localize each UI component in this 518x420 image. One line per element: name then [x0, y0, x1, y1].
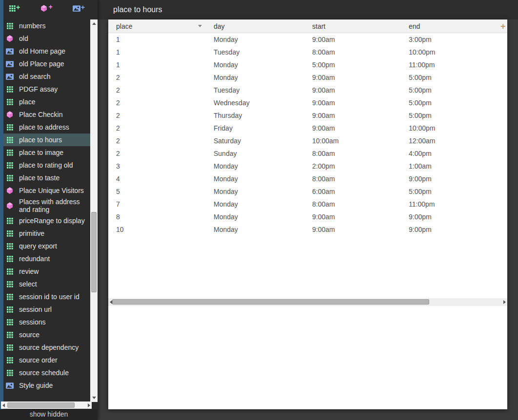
sort-caret-icon[interactable] [198, 25, 202, 27]
cell-end[interactable]: 4:00pm [401, 147, 498, 160]
cell-start[interactable]: 6:00am [304, 185, 401, 198]
cell-day[interactable]: Thursday [206, 109, 304, 122]
cell-place[interactable]: 3 [108, 160, 206, 172]
cell-start[interactable]: 9:00am [304, 223, 401, 236]
cell-end[interactable]: 10:00pm [401, 122, 498, 134]
sidebar-horizontal-scrollbar-thumb[interactable] [7, 402, 75, 408]
cell-end[interactable]: 5:00pm [401, 96, 498, 109]
sidebar-item-old-search[interactable]: old search [3, 70, 90, 83]
sidebar-item-places-with-address-and-rating[interactable]: Places with address and rating [3, 197, 90, 214]
cell-day[interactable]: Monday [206, 185, 304, 198]
cell-place[interactable]: 2 [108, 84, 206, 96]
cell-start[interactable]: 9:00am [304, 210, 401, 223]
cell-end[interactable]: 5:00pm [401, 71, 498, 84]
cell-place[interactable]: 2 [108, 122, 206, 134]
cell-place[interactable]: 7 [108, 198, 206, 210]
scroll-down-arrow-icon[interactable] [92, 397, 96, 399]
cell-place[interactable]: 10 [108, 223, 206, 236]
cell-end[interactable]: 9:00pm [401, 210, 498, 223]
sidebar-item-pricerange-to-display[interactable]: priceRange to display [3, 214, 90, 227]
cell-place[interactable]: 1 [108, 58, 206, 71]
cell-day[interactable]: Monday [206, 210, 304, 223]
cell-start[interactable]: 5:00pm [304, 58, 401, 71]
scroll-up-arrow-icon[interactable] [92, 22, 96, 25]
cell-place[interactable]: 2 [108, 134, 206, 147]
cell-place[interactable]: 4 [108, 172, 206, 185]
sidebar-item-place-to-hours[interactable]: place to hours [3, 134, 90, 146]
cell-place[interactable]: 2 [108, 71, 206, 84]
cell-start[interactable]: 9:00am [304, 84, 401, 96]
table-horizontal-scrollbar[interactable] [108, 298, 507, 306]
cell-end[interactable]: 9:00pm [401, 172, 498, 185]
scroll-left-arrow-icon[interactable] [2, 403, 5, 407]
cell-place[interactable]: 2 [108, 109, 206, 122]
sidebar-item-query-export[interactable]: query export [3, 240, 90, 252]
scroll-right-arrow-icon[interactable] [88, 403, 90, 407]
cell-place[interactable]: 2 [108, 96, 206, 109]
cell-place[interactable]: 1 [108, 46, 206, 58]
sidebar-item-old[interactable]: old [3, 32, 90, 45]
cell-end[interactable]: 5:00pm [401, 109, 498, 122]
show-hidden-button[interactable]: show hidden [0, 409, 98, 420]
sidebar-item-place-to-rating-old[interactable]: place to rating old [3, 159, 90, 172]
add-column-button[interactable]: + [500, 20, 507, 32]
cell-start[interactable]: 9:00am [304, 33, 401, 46]
cell-place[interactable]: 1 [108, 33, 206, 46]
cell-start[interactable]: 9:00am [304, 122, 401, 134]
sidebar-item-place-checkin[interactable]: Place Checkin [3, 108, 90, 121]
new-model-button[interactable]: + [40, 4, 52, 14]
cell-end[interactable]: 11:00pm [401, 198, 498, 210]
cell-day[interactable]: Monday [206, 33, 304, 46]
sidebar-item-source[interactable]: source [3, 328, 90, 341]
sidebar-horizontal-scrollbar[interactable] [1, 401, 92, 409]
sidebar-item-place-to-taste[interactable]: place to taste [3, 172, 90, 184]
scroll-right-arrow-icon[interactable] [503, 300, 506, 304]
cell-day[interactable]: Monday [206, 172, 304, 185]
column-header-start[interactable]: start [304, 19, 401, 33]
cell-start[interactable]: 8:00am [304, 198, 401, 210]
cell-place[interactable]: 2 [108, 147, 206, 160]
sidebar-item-old-place-page[interactable]: old Place page [3, 57, 90, 70]
cell-end[interactable]: 5:00pm [401, 84, 498, 96]
cell-day[interactable]: Friday [206, 122, 304, 134]
cell-start[interactable]: 9:00am [304, 96, 401, 109]
cell-day[interactable]: Monday [206, 160, 304, 172]
sidebar-vertical-scrollbar-thumb[interactable] [91, 212, 97, 292]
sidebar-item-numbers[interactable]: numbers [3, 19, 90, 32]
cell-place[interactable]: 8 [108, 210, 206, 223]
sidebar-item-redundant[interactable]: redundant [3, 252, 90, 265]
sidebar-item-place-unique-visitors[interactable]: Place Unique Visitors [3, 184, 90, 197]
cell-start[interactable]: 9:00am [304, 109, 401, 122]
sidebar-item-review[interactable]: review [3, 265, 90, 278]
cell-day[interactable]: Wednesday [206, 96, 304, 109]
cell-start[interactable]: 8:00am [304, 172, 401, 185]
cell-start[interactable]: 8:00am [304, 147, 401, 160]
cell-day[interactable]: Monday [206, 58, 304, 71]
new-page-button[interactable]: + [73, 5, 85, 14]
sidebar-item-select[interactable]: select [3, 278, 90, 290]
cell-day[interactable]: Sunday [206, 147, 304, 160]
cell-end[interactable]: 12:00am [401, 134, 498, 147]
sidebar-item-place-to-image[interactable]: place to image [3, 146, 90, 159]
sidebar-item-session-id-to-user-id[interactable]: session id to user id [3, 290, 90, 303]
sidebar-item-place[interactable]: place [3, 95, 90, 108]
sidebar-item-style-guide[interactable]: Style guide [3, 379, 90, 392]
sidebar-item-source-schedule[interactable]: source schedule [3, 366, 90, 379]
sidebar-item-source-order[interactable]: source order [3, 354, 90, 366]
cell-end[interactable]: 10:00pm [401, 46, 498, 58]
cell-start[interactable]: 8:00am [304, 46, 401, 58]
cell-place[interactable]: 5 [108, 185, 206, 198]
cell-day[interactable]: Monday [206, 198, 304, 210]
cell-end[interactable]: 1:00am [401, 160, 498, 172]
cell-end[interactable]: 3:00pm [401, 33, 498, 46]
sidebar-item-primitive[interactable]: primitive [3, 227, 90, 240]
sidebar-item-pdgf-assay[interactable]: PDGF assay [3, 83, 90, 95]
cell-start[interactable]: 9:00am [304, 71, 401, 84]
cell-day[interactable]: Saturday [206, 134, 304, 147]
sidebar-item-sessions[interactable]: sessions [3, 316, 90, 328]
sidebar-item-old-home-page[interactable]: old Home page [3, 45, 90, 57]
column-header-day[interactable]: day [206, 19, 304, 33]
cell-end[interactable]: 5:00pm [401, 185, 498, 198]
column-header-end[interactable]: end [401, 19, 498, 33]
cell-end[interactable]: 9:00pm [401, 223, 498, 236]
